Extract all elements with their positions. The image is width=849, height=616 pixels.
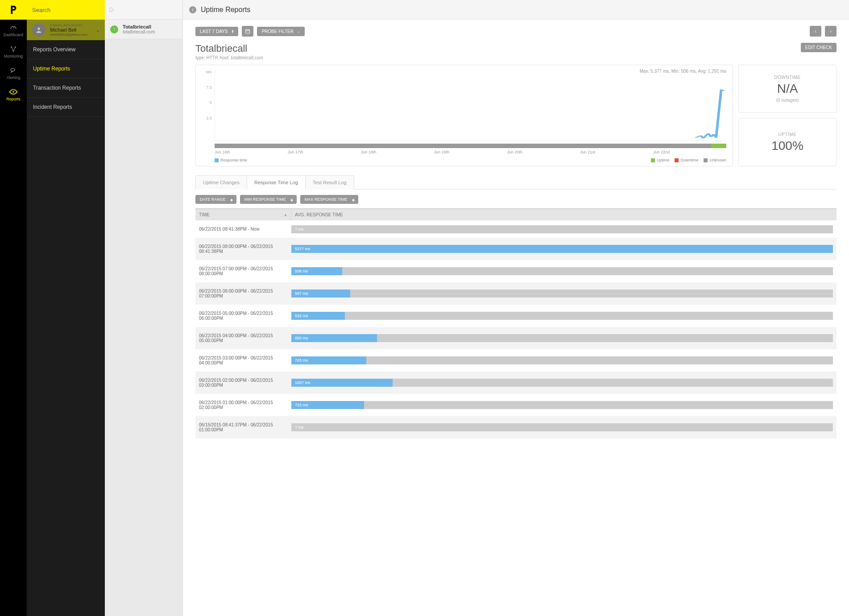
calendar-button[interactable] (242, 26, 253, 37)
rail-item-dashboard[interactable]: Dashboard (0, 20, 27, 41)
chevron-left-icon: ‹ (815, 29, 816, 34)
chevron-down-icon: ⌄ (297, 29, 300, 33)
column-header-response[interactable]: AVG. RESPONSE TIME (291, 209, 837, 220)
legend-item: Uptime (651, 158, 670, 162)
response-bar-fill: ? ms (291, 225, 833, 233)
calendar-icon (245, 29, 250, 34)
probe-filter-label: PROBE FILTER (261, 29, 294, 34)
rail-label: Monitoring (4, 54, 23, 58)
cell-time: 06/22/2015 03:00:00PM - 06/22/2015 04:00… (195, 349, 291, 372)
rail-item-monitoring[interactable]: Monitoring (0, 41, 27, 62)
search-input[interactable] (32, 7, 107, 13)
search-bar (27, 0, 105, 20)
cell-time: 06/22/2015 06:00:00PM - 06/22/2015 07:00… (195, 282, 291, 305)
rail-item-alerting[interactable]: Alerting (0, 62, 27, 84)
stat-sub: (0 outages) (776, 98, 799, 103)
table-row: 06/22/2015 08:00:00PM - 06/22/2015 08:41… (195, 238, 837, 260)
response-bar-fill: 723 ms (291, 401, 364, 409)
x-tick: Jun 22nd (653, 150, 726, 154)
pingdom-logo-icon (8, 5, 18, 15)
topbar: i Uptime Reports (183, 0, 849, 20)
person-icon (35, 26, 42, 33)
svg-rect-6 (110, 8, 112, 12)
column-header-time[interactable]: TIME ▲ (195, 209, 291, 220)
response-bar: ? ms (291, 225, 833, 233)
main-content: i Uptime Reports LAST 7 DAYS ▲▼ PROBE FI… (183, 0, 849, 616)
nav-item-incident-reports[interactable]: Incident Reports (27, 98, 105, 117)
date-range-filter[interactable]: DATE RANGE (195, 195, 236, 204)
network-icon (9, 45, 18, 53)
cell-response: ? ms (291, 221, 837, 238)
svg-point-5 (37, 28, 40, 30)
account-switcher[interactable]: USING ACCOUNT: Michael Bell mbell8903@ya… (27, 20, 105, 40)
nav-item-reports-overview[interactable]: Reports Overview (27, 40, 105, 59)
min-response-filter[interactable]: MIN RESPONSE TIME (240, 195, 297, 204)
table-row: 06/22/2015 03:00:00PM - 06/22/2015 04:00… (195, 349, 837, 372)
collapse-icon[interactable] (109, 7, 116, 13)
rail-item-reports[interactable]: Reports (0, 84, 27, 105)
response-bar-fill: 5377 ms (291, 245, 833, 253)
table-row: 06/22/2015 06:00:00PM - 06/22/2015 07:00… (195, 282, 837, 305)
logo[interactable] (0, 0, 27, 20)
x-tick: Jun 16th (215, 150, 288, 154)
prev-button[interactable]: ‹ (810, 26, 821, 37)
y-tick: 2,5 (206, 116, 212, 120)
table-row: 06/22/2015 08:41:38PM - Now? ms (195, 220, 837, 238)
line-chart-svg (215, 70, 726, 141)
legend-swatch (704, 158, 708, 162)
scrub-bar[interactable] (215, 144, 726, 148)
tab-uptime-changes[interactable]: Uptime Changes (195, 175, 247, 190)
check-list-item[interactable]: ↑ Totalbriecall totalbriecall.com (105, 20, 182, 39)
tab-test-result-log[interactable]: Test Result Log (306, 175, 354, 190)
cell-time: 06/22/2015 04:00:00PM - 06/22/2015 05:00… (195, 327, 291, 349)
plot-area[interactable] (215, 70, 726, 141)
table-header: TIME ▲ AVG. RESPONSE TIME (195, 209, 837, 220)
scrub-handle[interactable] (711, 144, 726, 148)
date-range-button[interactable]: LAST 7 DAYS ▲▼ (195, 27, 238, 36)
icon-rail: Dashboard Monitoring Alerting Reports (0, 0, 27, 616)
cell-time: 06/22/2015 08:41:38PM - Now (195, 220, 291, 238)
column-header-time-label: TIME (199, 212, 210, 217)
filter-row: LAST 7 DAYS ▲▼ PROBE FILTER ⌄ ‹ › (195, 26, 837, 37)
stat-value: 100% (771, 139, 803, 153)
tab-response-time-log[interactable]: Response Time Log (247, 175, 306, 190)
probe-filter-button[interactable]: PROBE FILTER ⌄ (257, 27, 305, 36)
check-item-text: Totalbriecall totalbriecall.com (123, 24, 155, 34)
stat-value: N/A (777, 82, 798, 96)
table-body: 06/22/2015 08:41:38PM - Now? ms06/22/201… (195, 220, 837, 438)
response-bar-fill: ? ms (291, 423, 833, 431)
y-tick: 5 (210, 100, 212, 105)
updown-icon: ▲▼ (231, 29, 234, 33)
cell-response: 506 ms (291, 263, 837, 280)
check-title: Totalbriecall (195, 43, 263, 54)
cell-response: 5377 ms (291, 240, 837, 257)
legend-item: Downtime (675, 158, 698, 162)
x-axis: Jun 16th Jun 17th Jun 18th Jun 19th Jun … (215, 150, 726, 154)
legend-item: Unknown (704, 158, 726, 162)
response-time-table: TIME ▲ AVG. RESPONSE TIME 06/22/2015 08:… (195, 208, 837, 438)
cell-time: 06/15/2015 08:41:37PM - 06/22/2015 01:00… (195, 416, 291, 438)
legend-swatch (675, 158, 679, 162)
stat-label: DOWNTIME (774, 75, 801, 80)
chevron-right-icon: › (830, 29, 832, 34)
avatar (32, 23, 46, 37)
gauge-icon (9, 24, 18, 32)
nav-item-transaction-reports[interactable]: Transaction Reports (27, 79, 105, 98)
cell-time: 06/22/2015 05:00:00PM - 06/22/2015 06:00… (195, 305, 291, 327)
response-bar: 743 ms (291, 356, 833, 364)
response-bar: 532 ms (291, 312, 833, 320)
max-response-filter[interactable]: MAX RESPONSE TIME (300, 195, 358, 204)
info-icon[interactable]: i (189, 6, 196, 13)
response-bar: 723 ms (291, 401, 833, 409)
cell-response: 850 ms (291, 330, 837, 347)
cell-time: 06/22/2015 07:00:00PM - 06/22/2015 08:00… (195, 260, 291, 282)
page-title: Uptime Reports (201, 6, 250, 14)
eye-icon (9, 88, 18, 96)
next-button[interactable]: › (825, 26, 837, 37)
edit-check-button[interactable]: EDIT CHECK (801, 43, 837, 52)
nav-item-uptime-reports[interactable]: Uptime Reports (27, 59, 105, 79)
uptime-stat: UPTIME 100% (738, 118, 837, 166)
downtime-stat: DOWNTIME N/A (0 outages) (738, 65, 837, 113)
cell-time: 06/22/2015 08:00:00PM - 06/22/2015 08:41… (195, 238, 291, 260)
range-filters: DATE RANGE MIN RESPONSE TIME MAX RESPONS… (195, 195, 837, 204)
